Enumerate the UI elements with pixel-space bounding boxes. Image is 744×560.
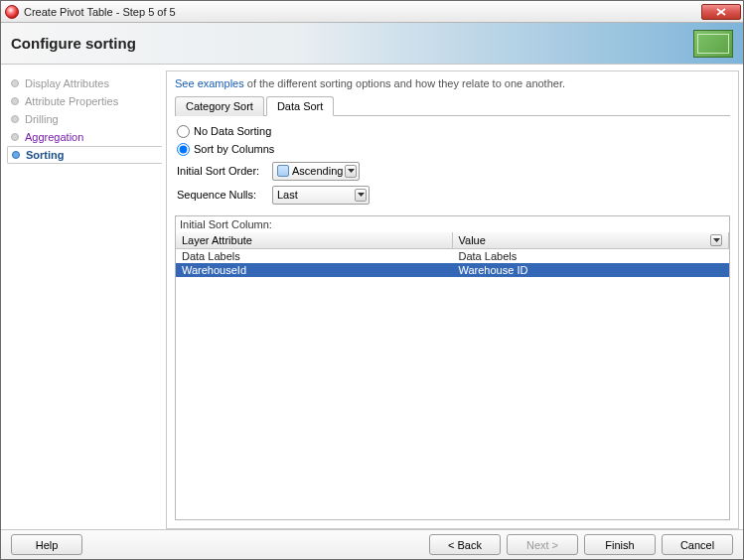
step-label: Drilling <box>25 113 59 125</box>
wizard-body: Display Attributes Attribute Properties … <box>1 65 743 529</box>
wizard-footer: Help < Back Next > Finish Cancel <box>1 529 743 559</box>
column-header-layer-attribute[interactable]: Layer Attribute <box>176 232 453 248</box>
sequence-nulls-label: Sequence Nulls: <box>177 189 272 201</box>
initial-sort-column-table: Initial Sort Column: Layer Attribute Val… <box>175 215 730 520</box>
header-text: Value <box>459 234 486 246</box>
cell-layer: WarehouseId <box>176 263 453 277</box>
table-caption: Initial Sort Column: <box>176 216 729 232</box>
step-bullet-icon <box>11 133 19 141</box>
chevron-down-icon <box>345 165 357 178</box>
cancel-button[interactable]: Cancel <box>662 534 733 555</box>
sort-by-columns-label: Sort by Columns <box>194 143 274 155</box>
sort-by-columns-radio[interactable] <box>177 143 190 156</box>
step-label: Aggregation <box>25 131 83 143</box>
step-drilling[interactable]: Drilling <box>7 110 162 128</box>
title-bar: Create Pivot Table - Step 5 of 5 <box>1 1 743 23</box>
radio-no-data-sorting[interactable]: No Data Sorting <box>177 122 728 140</box>
sequence-nulls-value: Last <box>277 189 298 201</box>
step-label: Sorting <box>26 149 65 161</box>
close-icon <box>716 8 726 16</box>
tab-category-sort[interactable]: Category Sort <box>175 96 264 116</box>
sequence-nulls-row: Sequence Nulls: Last <box>177 184 728 206</box>
sequence-nulls-combo[interactable]: Last <box>272 186 370 205</box>
no-data-sorting-radio[interactable] <box>177 125 190 138</box>
sort-tabs: Category Sort Data Sort <box>175 95 730 116</box>
step-bullet-icon <box>11 79 19 87</box>
initial-sort-order-label: Initial Sort Order: <box>177 165 272 177</box>
no-data-sorting-label: No Data Sorting <box>194 125 271 137</box>
finish-button[interactable]: Finish <box>584 534 656 555</box>
cell-value: Warehouse ID <box>453 263 730 277</box>
cell-layer: Data Labels <box>176 249 453 263</box>
page-title: Configure sorting <box>11 35 136 52</box>
step-bullet-icon <box>11 115 19 123</box>
pivot-table-icon <box>693 30 733 58</box>
step-attribute-properties[interactable]: Attribute Properties <box>7 92 162 110</box>
step-bullet-icon <box>11 97 19 105</box>
wizard-banner: Configure sorting <box>1 23 743 65</box>
table-body: Data Labels Data Labels WarehouseId Ware… <box>176 249 729 519</box>
back-button[interactable]: < Back <box>429 534 501 555</box>
app-icon <box>5 5 19 19</box>
step-aggregation[interactable]: Aggregation <box>7 128 162 146</box>
chevron-down-icon <box>355 189 367 202</box>
see-examples-link[interactable]: See examples <box>175 77 244 89</box>
cell-value: Data Labels <box>453 249 730 263</box>
table-row[interactable]: Data Labels Data Labels <box>176 249 729 263</box>
chevron-down-icon[interactable] <box>710 234 722 246</box>
initial-sort-order-combo[interactable]: Ascending <box>272 162 360 181</box>
column-header-value[interactable]: Value <box>453 232 730 248</box>
examples-text: See examples of the different sorting op… <box>175 77 730 89</box>
table-row[interactable]: WarehouseId Warehouse ID <box>176 263 729 277</box>
radio-sort-by-columns[interactable]: Sort by Columns <box>177 140 728 158</box>
main-panel: See examples of the different sorting op… <box>166 70 739 529</box>
data-sort-panel: No Data Sorting Sort by Columns Initial … <box>175 116 730 210</box>
step-bullet-icon <box>12 151 20 159</box>
table-header: Layer Attribute Value <box>176 232 729 249</box>
sort-ascending-icon <box>277 165 289 177</box>
next-button[interactable]: Next > <box>507 534 578 555</box>
step-label: Display Attributes <box>25 77 109 89</box>
close-button[interactable] <box>701 4 741 20</box>
tab-data-sort[interactable]: Data Sort <box>266 96 334 116</box>
header-text: Layer Attribute <box>182 234 252 246</box>
initial-sort-order-value: Ascending <box>292 165 343 177</box>
step-label: Attribute Properties <box>25 95 118 107</box>
step-sorting[interactable]: Sorting <box>7 146 162 164</box>
examples-rest: of the different sorting options and how… <box>244 77 565 89</box>
step-display-attributes[interactable]: Display Attributes <box>7 74 162 92</box>
step-sidebar: Display Attributes Attribute Properties … <box>5 70 162 529</box>
window-title: Create Pivot Table - Step 5 of 5 <box>24 6 701 18</box>
help-button[interactable]: Help <box>11 534 82 555</box>
wizard-window: Create Pivot Table - Step 5 of 5 Configu… <box>0 0 744 560</box>
initial-sort-order-row: Initial Sort Order: Ascending <box>177 160 728 182</box>
